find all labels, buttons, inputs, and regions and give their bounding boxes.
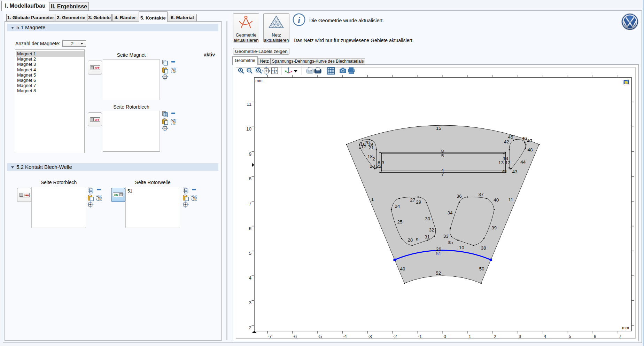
- svg-text:50: 50: [479, 266, 484, 272]
- svg-text:i: i: [298, 15, 301, 25]
- svg-text:-7: -7: [267, 334, 272, 339]
- svg-text:5: 5: [441, 153, 444, 158]
- svg-text:49: 49: [400, 266, 405, 272]
- svg-text:6: 6: [594, 334, 597, 339]
- svg-text:52: 52: [436, 270, 441, 276]
- svg-text:8: 8: [249, 176, 251, 181]
- svg-text:10: 10: [459, 245, 464, 250]
- svg-text:30: 30: [425, 216, 430, 221]
- svg-text:-2: -2: [393, 334, 397, 339]
- svg-text:6: 6: [378, 160, 380, 165]
- svg-text:-5: -5: [318, 334, 322, 339]
- svg-text:5: 5: [249, 251, 251, 256]
- svg-text:15: 15: [436, 126, 441, 131]
- svg-text:-1: -1: [418, 334, 422, 339]
- svg-text:48: 48: [527, 147, 533, 152]
- svg-text:28: 28: [408, 237, 413, 243]
- svg-text:42: 42: [504, 139, 509, 144]
- svg-text:27: 27: [410, 197, 415, 203]
- svg-text:25: 25: [397, 219, 403, 225]
- svg-text:-4: -4: [343, 334, 347, 339]
- svg-text:3: 3: [519, 334, 521, 339]
- svg-text:1: 1: [371, 197, 374, 202]
- svg-text:18: 18: [367, 154, 373, 159]
- svg-text:39: 39: [491, 225, 497, 230]
- svg-text:9: 9: [249, 151, 251, 157]
- svg-text:-6: -6: [293, 334, 297, 339]
- svg-text:1: 1: [468, 334, 471, 339]
- svg-text:41: 41: [502, 169, 507, 174]
- svg-text:31: 31: [425, 234, 430, 239]
- svg-text:mm: mm: [256, 78, 263, 83]
- svg-text:17: 17: [361, 144, 366, 149]
- svg-text:24: 24: [395, 204, 400, 209]
- svg-text:29: 29: [416, 199, 421, 205]
- svg-text:21: 21: [368, 145, 374, 150]
- svg-text:47: 47: [527, 138, 532, 143]
- svg-text:33: 33: [443, 234, 449, 239]
- svg-text:38: 38: [481, 245, 486, 251]
- svg-text:6: 6: [249, 226, 251, 231]
- svg-text:45: 45: [508, 134, 513, 140]
- svg-text:35: 35: [448, 240, 453, 245]
- svg-text:34: 34: [447, 210, 453, 215]
- svg-text:23: 23: [370, 164, 375, 169]
- svg-text:5: 5: [569, 334, 572, 339]
- svg-text:40: 40: [494, 197, 499, 203]
- svg-text:43: 43: [512, 169, 517, 174]
- svg-text:9: 9: [416, 237, 419, 242]
- svg-text:7: 7: [249, 201, 251, 206]
- svg-text:46: 46: [522, 136, 527, 141]
- svg-text:2: 2: [494, 334, 496, 339]
- svg-text:7: 7: [619, 334, 621, 339]
- svg-text:2: 2: [372, 156, 375, 162]
- svg-text:4: 4: [249, 275, 251, 281]
- svg-text:11: 11: [247, 102, 251, 107]
- svg-text:3: 3: [249, 300, 251, 305]
- svg-text:37: 37: [478, 192, 483, 197]
- svg-text:36: 36: [457, 194, 462, 199]
- svg-text:4: 4: [544, 334, 546, 339]
- svg-text:-3: -3: [368, 334, 372, 339]
- svg-text:7: 7: [441, 172, 444, 177]
- svg-text:11: 11: [508, 197, 513, 202]
- svg-text:51: 51: [436, 251, 441, 256]
- svg-text:32: 32: [429, 227, 434, 233]
- svg-text:3: 3: [382, 160, 385, 165]
- svg-text:2: 2: [249, 325, 251, 330]
- svg-text:mm: mm: [622, 325, 629, 330]
- svg-text:12: 12: [505, 160, 510, 165]
- svg-text:44: 44: [520, 159, 526, 165]
- svg-text:13: 13: [498, 160, 504, 165]
- svg-text:0: 0: [443, 334, 446, 339]
- svg-text:10: 10: [246, 126, 251, 132]
